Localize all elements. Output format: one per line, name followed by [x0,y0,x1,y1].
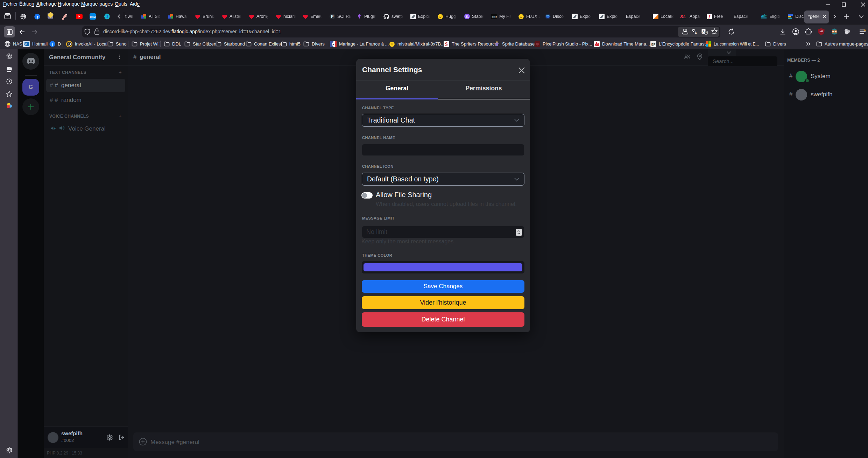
svg-text:f: f [52,42,53,47]
svg-text:adn: adn [761,14,767,18]
svg-text:S.: S. [465,14,469,19]
svg-text:?: ? [705,32,707,34]
svg-text:cloud: cloud [492,16,497,18]
svg-text:S: S [445,42,448,47]
svg-text:SL: SL [680,14,686,19]
svg-text:DSM: DSM [90,15,96,19]
svg-text:uO: uO [820,30,823,33]
svg-text:A: A [694,31,697,35]
svg-text:f: f [37,15,38,19]
svg-text:EF: EF [651,43,656,46]
svg-text:P: P [331,14,333,19]
